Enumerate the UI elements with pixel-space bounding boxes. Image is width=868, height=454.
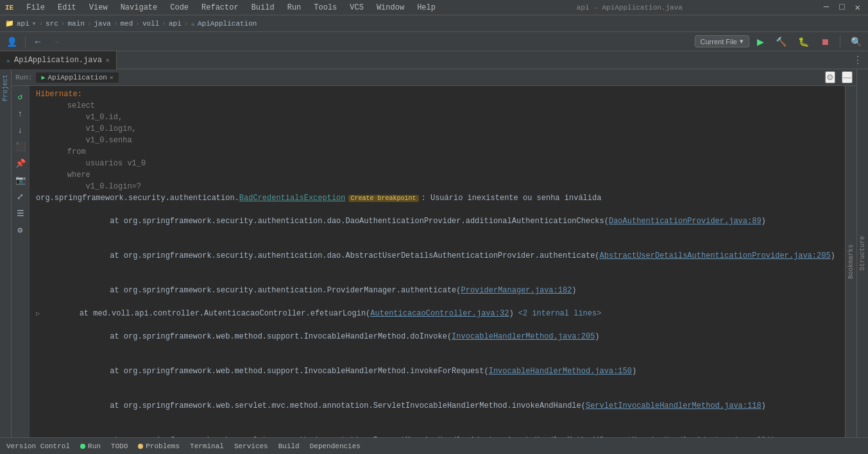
breadcrumb-java[interactable]: java [94,20,110,28]
stack-link-5[interactable]: InvocableHandlerMethod.java:150 [489,367,632,376]
run-restart-icon[interactable]: ↺ [13,90,28,104]
log-content: Hibernate: select v1_0.id, v1_0.login, v… [30,86,845,437]
sep2: › [61,20,65,28]
tab-bar: ☕ ApiApplication.java ✕ ⋮ [0,51,868,69]
run-settings-icon[interactable]: ⚙ [13,223,28,237]
collapse-icon[interactable]: ▷ [36,309,40,319]
stack-link-3[interactable]: ProviderManager.java:182 [461,286,572,295]
sep2 [840,36,840,47]
tab-api-application[interactable]: ☕ ApiApplication.java ✕ [0,51,117,69]
menu-build[interactable]: Build [249,3,277,12]
stack-link-2[interactable]: AbstractUserDetailsAuthenticationProvide… [600,251,831,260]
stack-at-3: at org.springframework.security.authenti… [82,286,461,295]
menu-edit[interactable]: Edit [55,3,79,12]
run-tab-close[interactable]: ✕ [110,74,114,81]
run-expand-icon[interactable]: ⤢ [13,190,28,204]
stack-at-6: at org.springframework.web.servlet.mvc.m… [82,401,586,410]
menu-code[interactable]: Code [167,3,191,12]
tab-build[interactable]: Build [276,442,302,450]
minimize-button[interactable]: ─ [821,2,831,13]
terminal-label: Terminal [190,442,224,450]
sep3: › [87,20,92,28]
log-line-id: v1_0.id, [30,112,845,123]
stack-line-1: at org.springframework.security.authenti… [30,204,845,239]
project-panel-label[interactable]: 📁 api ▾ [5,19,36,28]
close-button[interactable]: ✕ [853,2,863,13]
error-message: Usuário inexistente ou senha inválida [430,192,601,204]
stack-link-4[interactable]: InvocableHandlerMethod.java:205 [452,332,595,341]
current-file-button[interactable]: Current File ▾ [695,35,749,47]
run-tab[interactable]: ▶ ApiApplication ✕ [36,72,118,83]
run-stop-icon[interactable]: ⬛ [13,140,28,154]
stack-at-collapse: at med.voll.api.controller.AutenticacaoC… [42,308,370,319]
tab-run[interactable]: Run [78,442,103,450]
breadcrumb-src[interactable]: src [46,20,58,28]
run-bar: Run: ▶ ApiApplication ✕ ⚙ — [12,69,856,86]
structure-label: Structure [859,236,866,271]
project-sidebar: Project [0,69,12,437]
run-button[interactable]: ▶ [753,35,768,48]
stack-at-5: at org.springframework.web.method.suppor… [82,367,489,376]
tab-dependencies[interactable]: Dependencies [307,442,363,450]
run-pin-icon[interactable]: 📌 [13,156,28,171]
project-chevron: ▾ [32,19,37,28]
sep1: › [38,20,43,28]
todo-label: TODO [111,442,128,450]
tab-more-button[interactable]: ⋮ [847,54,868,67]
breadcrumb-class[interactable]: ApiApplication [198,20,257,28]
menu-view[interactable]: View [87,3,110,12]
menu-tools[interactable]: Tools [311,3,339,12]
stack-line-4: at org.springframework.web.method.suppor… [30,319,845,354]
tab-todo[interactable]: TODO [108,442,130,450]
log-line-senha: v1_0.senha [30,135,845,146]
breadcrumb-main[interactable]: main [67,20,84,28]
stack-link-1[interactable]: DaoAuthenticationProvider.java:89 [609,217,762,226]
run-close-button[interactable]: — [842,71,853,83]
run-scroll-down-icon[interactable]: ↓ [13,123,28,137]
sep6: › [162,20,166,28]
log-line-where: where [30,169,845,181]
menu-help[interactable]: Help [414,3,438,12]
run-camera-icon[interactable]: 📷 [13,173,28,187]
tab-version-control[interactable]: Version Control [4,442,72,450]
menu-navigate[interactable]: Navigate [118,3,160,12]
tab-close-icon[interactable]: ✕ [106,56,110,64]
tab-problems[interactable]: Problems [135,442,182,450]
breadcrumb-med[interactable]: med [121,20,133,28]
breadcrumb-api[interactable]: api [169,20,182,28]
maximize-button[interactable]: □ [837,2,847,13]
stop-button[interactable]: ⏹ [817,35,833,48]
sep [25,36,26,47]
error-separator: : [421,192,430,204]
stack-link-collapse[interactable]: AutenticacaoController.java:32 [370,308,509,319]
services-label: Services [234,442,268,450]
run-tab-icon: ▶ [41,74,45,81]
menu-run[interactable]: Run [285,3,304,12]
error-class-link[interactable]: BadCredentialsException [239,192,346,204]
stack-at-4: at org.springframework.web.method.suppor… [82,332,452,341]
run-label: Run: [15,74,32,81]
menu-window[interactable]: Window [374,3,407,12]
tab-terminal[interactable]: Terminal [187,442,226,450]
breadcrumb-voll[interactable]: voll [142,20,159,28]
breadcrumb: 📁 api ▾ › src › main › java › med › voll… [0,15,868,32]
profile-button[interactable]: 👤 [3,35,21,48]
menu-vcs[interactable]: VCS [347,3,366,12]
build-button[interactable]: 🔨 [772,35,790,48]
back-button[interactable]: ← [30,35,46,48]
log-line-usuarios: usuarios v1_0 [30,158,845,169]
run-filter-icon[interactable]: ☰ [13,206,28,221]
debug-button[interactable]: 🐛 [794,35,813,48]
menu-refactor[interactable]: Refactor [199,3,241,12]
breakpoint-label[interactable]: Create breakpoint [348,192,419,204]
tab-services[interactable]: Services [232,442,271,450]
window-title: api - ApiApplication.java [577,4,683,12]
search-button[interactable]: 🔍 [847,35,865,48]
tab-java-icon: ☕ [6,56,10,64]
forward-button[interactable]: → [47,35,64,48]
sep7: › [184,20,189,28]
stack-link-6[interactable]: ServletInvocableHandlerMethod.java:118 [586,401,762,410]
menu-file[interactable]: File [24,3,47,12]
run-scroll-up-icon[interactable]: ↑ [13,106,28,121]
run-settings-button[interactable]: ⚙ [825,71,835,83]
